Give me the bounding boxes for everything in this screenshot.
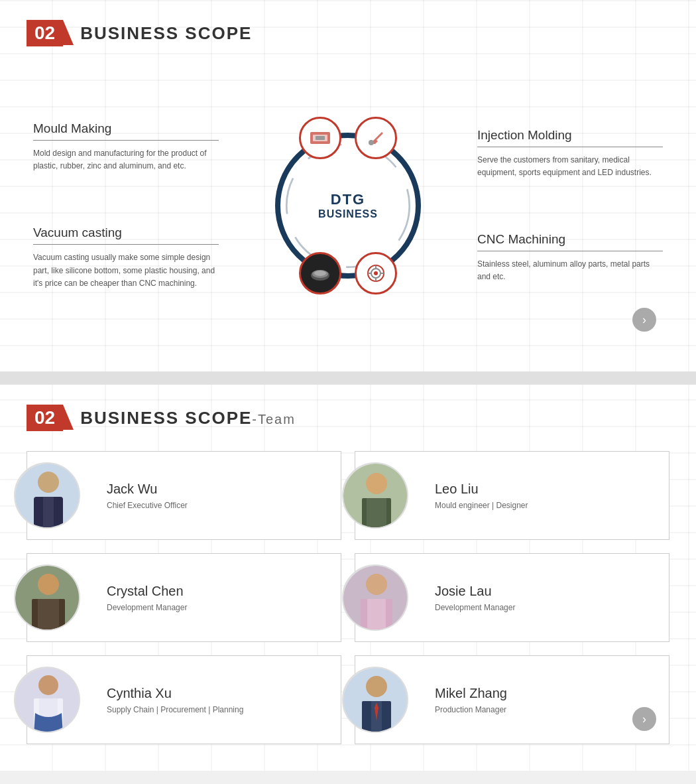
cnc-machining-title: CNC Machining <box>477 232 663 247</box>
team-role-leo-liu: Mould engineer | Designer <box>435 501 656 510</box>
team-info-jack-wu: Jack Wu Chief Executive Officer <box>107 482 327 510</box>
vacuum-casting-item: Vacuum casting Vacuum casting usually ma… <box>33 226 219 290</box>
section2-title-text: BUSINESS SCOPE <box>80 408 252 428</box>
svg-point-16 <box>38 472 59 493</box>
svg-rect-28 <box>38 599 59 631</box>
avatar-leo-liu <box>342 462 408 529</box>
injection-molding-item: Injection Molding Serve the customers fr… <box>477 128 663 179</box>
svg-point-22 <box>366 473 387 494</box>
avatar-jack-wu-svg <box>15 464 80 529</box>
team-name-mikel-zhang: Mikel Zhang <box>435 686 656 701</box>
injection-molding-divider <box>477 147 663 147</box>
svg-rect-41 <box>363 702 371 721</box>
vacuum-casting-divider <box>33 244 219 245</box>
team-info-crystal-chen: Crystal Chen Development Manager <box>107 584 327 612</box>
avatar-crystal-chen-svg <box>15 566 80 631</box>
team-name-leo-liu: Leo Liu <box>435 482 656 497</box>
svg-rect-32 <box>367 599 386 631</box>
diagram-right-col: Injection Molding Serve the customers fr… <box>464 128 663 284</box>
avatar-josie-lau-svg <box>343 566 408 631</box>
cnc-icon <box>363 261 388 286</box>
team-info-leo-liu: Leo Liu Mould engineer | Designer <box>435 482 656 510</box>
svg-point-7 <box>314 271 326 276</box>
cnc-machining-divider <box>477 251 663 251</box>
avatar-mikel-zhang <box>342 667 408 733</box>
team-info-cynthia-xu: Cynthia Xu Supply Chain | Procurement | … <box>107 686 327 714</box>
svg-point-0 <box>286 144 409 267</box>
section-business-scope: 02 BUSINESS SCOPE Mould Making Mold desi… <box>0 0 696 371</box>
injection-icon <box>363 125 388 151</box>
scroll-down-button[interactable]: › <box>632 308 656 332</box>
icon-node-cnc <box>355 252 397 294</box>
scroll-icon: › <box>642 313 646 327</box>
svg-rect-42 <box>382 702 390 721</box>
section1-title: BUSINESS SCOPE <box>80 23 252 44</box>
svg-point-10 <box>374 271 378 275</box>
team-role-jack-wu: Chief Executive Officer <box>107 501 327 510</box>
injection-molding-desc: Serve the customers from sanitary, medic… <box>477 154 663 179</box>
avatar-josie-lau <box>342 564 408 631</box>
team-name-josie-lau: Josie Lau <box>435 584 656 599</box>
svg-rect-24 <box>367 498 386 529</box>
svg-rect-18 <box>43 497 54 529</box>
vacuum-icon <box>308 261 333 286</box>
mould-icon <box>308 125 333 151</box>
team-card-jack-wu: Jack Wu Chief Executive Officer <box>27 451 341 540</box>
team-info-josie-lau: Josie Lau Development Manager <box>435 584 656 612</box>
svg-point-30 <box>366 574 387 595</box>
section2-number-badge: 02 <box>27 405 63 431</box>
team-card-josie-lau: Josie Lau Development Manager <box>355 553 669 642</box>
team-card-leo-liu: Leo Liu Mould engineer | Designer <box>355 451 669 540</box>
mould-making-divider <box>33 140 219 141</box>
svg-point-4 <box>369 140 374 145</box>
vacuum-casting-desc: Vacuum casting usually make some simple … <box>33 251 219 290</box>
mould-making-title: Mould Making <box>33 121 219 136</box>
cnc-machining-item: CNC Machining Stainless steel, aluminum … <box>477 232 663 283</box>
svg-rect-19 <box>35 498 43 518</box>
section2-number: 02 <box>34 407 55 428</box>
avatar-leo-liu-svg <box>343 464 408 529</box>
svg-rect-3 <box>316 136 325 140</box>
section1-header: 02 BUSINESS SCOPE <box>27 20 669 46</box>
svg-point-26 <box>38 574 59 595</box>
team-role-cynthia-xu: Supply Chain | Procurement | Planning <box>107 705 327 714</box>
icon-node-vacuum <box>299 252 341 294</box>
avatar-mikel-zhang-svg <box>343 668 408 733</box>
vacuum-casting-title: Vacuum casting <box>33 226 219 240</box>
avatar-cynthia-xu <box>14 667 80 733</box>
section-gap <box>0 371 696 385</box>
avatar-jack-wu <box>14 462 80 529</box>
avatar-cynthia-xu-svg <box>15 668 80 733</box>
svg-point-34 <box>38 675 58 695</box>
mould-making-desc: Mold design and manufacturing for the pr… <box>33 147 219 172</box>
central-circle: DTG BUSINESS <box>275 133 421 279</box>
team-role-mikel-zhang: Production Manager <box>435 705 656 714</box>
cnc-machining-desc: Stainless steel, aluminum alloy parts, m… <box>477 258 663 283</box>
scroll-icon-2: › <box>642 712 646 726</box>
scroll-down-button-2[interactable]: › <box>632 707 656 731</box>
icon-node-mould <box>299 117 341 159</box>
team-role-josie-lau: Development Manager <box>435 603 656 612</box>
mould-making-item: Mould Making Mold design and manufacturi… <box>33 121 219 172</box>
ring-svg <box>280 138 416 273</box>
diagram-left-col: Mould Making Mold design and manufacturi… <box>33 121 232 290</box>
team-role-crystal-chen: Development Manager <box>107 603 327 612</box>
team-name-cynthia-xu: Cynthia Xu <box>107 686 327 701</box>
team-card-crystal-chen: Crystal Chen Development Manager <box>27 553 341 642</box>
business-diagram: Mould Making Mold design and manufacturi… <box>27 66 669 345</box>
diagram-center: DTG BUSINESS <box>232 133 464 279</box>
page: 02 BUSINESS SCOPE Mould Making Mold desi… <box>0 0 696 784</box>
section1-number-badge: 02 <box>27 20 63 46</box>
team-name-jack-wu: Jack Wu <box>107 482 327 497</box>
svg-point-38 <box>366 676 387 697</box>
injection-molding-title: Injection Molding <box>477 128 663 143</box>
avatar-crystal-chen <box>14 564 80 631</box>
team-card-cynthia-xu: Cynthia Xu Supply Chain | Procurement | … <box>27 655 341 744</box>
section2-header: 02 BUSINESS SCOPE-Team <box>27 405 669 431</box>
team-name-crystal-chen: Crystal Chen <box>107 584 327 599</box>
team-grid: Jack Wu Chief Executive Officer <box>27 451 669 744</box>
section-business-scope-team: 02 BUSINESS SCOPE-Team <box>0 385 696 771</box>
section2-title-suffix: -Team <box>252 412 296 426</box>
section1-number: 02 <box>34 23 55 44</box>
icon-node-injection <box>355 117 397 159</box>
